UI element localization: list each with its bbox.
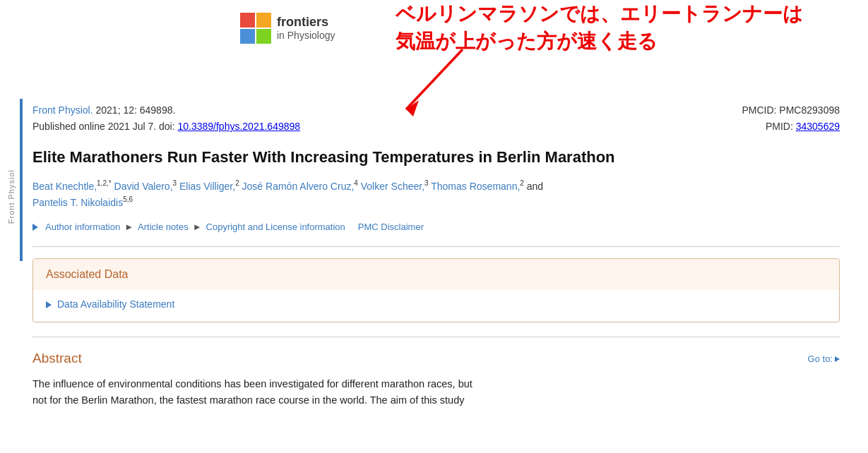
author2-sup: 3 [173,179,177,187]
doi-line: Published online 2021 Jul 7. doi: 10.338… [32,119,300,134]
pmid-link[interactable]: 34305629 [796,121,840,132]
abstract-header-row: Abstract Go to: [32,349,840,369]
and-text: and [527,180,543,191]
meta-links-row: Author information ► Article notes ► Cop… [32,220,840,234]
divider-1 [32,246,840,247]
associated-data-header: Associated Data [33,259,839,290]
citation-right: PMCID: PMC8293098 [742,103,840,118]
logo-frontiers: frontiers [277,15,335,30]
triangle-icon-1 [32,224,38,231]
author5-link[interactable]: Volker Scheer, [361,180,424,191]
data-availability-link[interactable]: Data Availability Statement [46,297,826,312]
author2-link[interactable]: David Valero, [114,180,173,191]
pmid-label: PMID: [766,121,796,132]
published-text: Published online 2021 Jul 7. doi: [32,121,177,132]
copyright-link[interactable]: Copyright and License information [206,220,345,234]
author1-sup: 1,2,* [97,179,112,187]
svg-line-4 [406,49,463,109]
abstract-line1: The influence of environmental condition… [32,378,472,389]
separator-1: ► [124,220,133,234]
left-border-decoration [20,99,23,261]
triangle-icon-2 [46,301,52,308]
frontiers-logo: frontiers in Physiology [240,13,335,44]
article-title: Elite Marathoners Run Faster With Increa… [32,147,840,168]
author7-sup: 5,6 [123,195,133,203]
svg-rect-3 [256,29,271,44]
annotation-area: frontiers in Physiology ベルリンマラソンでは、エリートラ… [240,0,848,92]
frontiers-logo-icon [240,13,271,44]
goto-triangle-icon [835,356,840,362]
japanese-line1: ベルリンマラソンでは、エリートランナーは [396,0,803,28]
goto-label: Go to: [808,352,833,366]
author4-link[interactable]: José Ramón Alvero Cruz, [242,180,355,191]
author6-link[interactable]: Thomas Rosemann, [431,180,520,191]
abstract-title: Abstract [32,349,82,369]
logo-text: frontiers in Physiology [277,15,335,42]
author4-sup: 4 [354,179,358,187]
citation-year-volume: 2021; 12: 649898. [95,104,175,116]
citation-left: Front Physiol. 2021; 12: 649898. [32,103,175,118]
svg-rect-0 [240,13,255,28]
abstract-text: The influence of environmental condition… [32,376,840,409]
data-availability-label: Data Availability Statement [57,297,174,312]
svg-rect-1 [256,13,271,28]
author6-sup: 2 [520,179,524,187]
authors-line: Beat Knechtle,1,2,* David Valero,3 Elias… [32,178,840,210]
pmcid-label: PMCID: PMC8293098 [742,104,840,116]
author5-sup: 3 [424,179,429,187]
logo-physiology: in Physiology [277,30,335,42]
journal-link[interactable]: Front Physiol. [32,104,93,116]
side-journal-label: Front Physiol [6,169,18,224]
author-info-link[interactable]: Author information [45,220,120,234]
pmc-disclaimer-link[interactable]: PMC Disclaimer [358,220,424,234]
article-notes-link[interactable]: Article notes [138,220,189,234]
author7-link[interactable]: Pantelis T. Nikolaidis [32,196,123,207]
doi-link[interactable]: 10.3389/fphys.2021.649898 [177,121,300,132]
pmid-line: PMID: 34305629 [766,119,840,134]
svg-rect-2 [240,29,255,44]
divider-2 [32,337,840,337]
abstract-line2: not for the Berlin Marathon, the fastest… [32,394,464,406]
associated-data-body: Data Availability Statement [33,290,839,322]
author3-link[interactable]: Elias Villiger, [179,180,235,191]
associated-data-box: Associated Data Data Availability Statem… [32,258,840,322]
separator-2: ► [193,220,202,234]
annotation-arrow [385,42,477,127]
author1-link[interactable]: Beat Knechtle, [32,180,97,191]
author3-sup: 2 [235,179,239,187]
goto-link[interactable]: Go to: [808,352,840,366]
